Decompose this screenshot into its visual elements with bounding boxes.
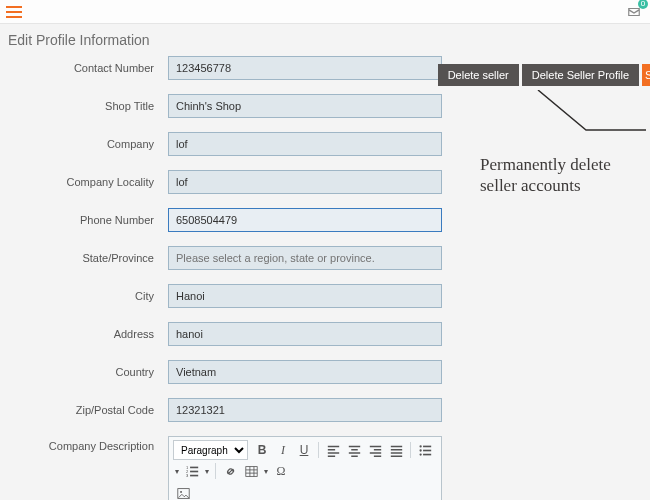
toolbar-separator xyxy=(318,442,319,458)
delete-seller-button[interactable]: Delete seller xyxy=(438,64,519,86)
row-company-locality: Company Locality xyxy=(8,170,442,194)
delete-seller-profile-button[interactable]: Delete Seller Profile xyxy=(522,64,639,86)
phone-number-field[interactable] xyxy=(168,208,442,232)
link-icon[interactable] xyxy=(220,461,240,481)
label-company: Company xyxy=(8,138,168,150)
company-field[interactable] xyxy=(168,132,442,156)
svg-text:3: 3 xyxy=(186,473,189,478)
svg-rect-5 xyxy=(423,453,431,455)
row-state-province: State/Province xyxy=(8,246,442,270)
paragraph-select[interactable]: Paragraph xyxy=(173,440,248,460)
shop-title-field[interactable] xyxy=(168,94,442,118)
bold-icon[interactable]: B xyxy=(252,440,272,460)
contact-number-field[interactable] xyxy=(168,56,442,80)
table-icon[interactable] xyxy=(241,461,261,481)
action-buttons: Delete seller Delete Seller Profile S xyxy=(438,64,650,86)
svg-rect-11 xyxy=(190,474,198,476)
topbar: 0 xyxy=(0,0,650,24)
save-button[interactable]: S xyxy=(642,64,650,86)
bullet-list-icon[interactable] xyxy=(415,440,435,460)
form: Contact Number Shop Title Company Compan… xyxy=(8,56,642,500)
underline-icon[interactable]: U xyxy=(294,440,314,460)
country-field[interactable] xyxy=(168,360,442,384)
zip-field[interactable] xyxy=(168,398,442,422)
state-province-field[interactable] xyxy=(168,246,442,270)
label-company-locality: Company Locality xyxy=(8,176,168,188)
label-phone-number: Phone Number xyxy=(8,214,168,226)
label-shop-title: Shop Title xyxy=(8,100,168,112)
row-company-description: Company Description Paragraph B I U xyxy=(8,436,442,500)
row-phone-number: Phone Number xyxy=(8,208,442,232)
align-justify-icon[interactable] xyxy=(386,440,406,460)
number-list-dropdown-icon[interactable]: ▾ xyxy=(203,461,211,481)
label-zip: Zip/Postal Code xyxy=(8,404,168,416)
svg-rect-3 xyxy=(423,449,431,451)
svg-point-2 xyxy=(419,449,421,451)
label-contact-number: Contact Number xyxy=(8,62,168,74)
annotation-text: Permanently delete seller accounts xyxy=(480,154,650,197)
menu-icon[interactable] xyxy=(6,6,22,18)
label-state-province: State/Province xyxy=(8,252,168,264)
company-locality-field[interactable] xyxy=(168,170,442,194)
svg-point-0 xyxy=(419,445,421,447)
page-title: Edit Profile Information xyxy=(8,32,642,48)
address-field[interactable] xyxy=(168,322,442,346)
toolbar-separator xyxy=(410,442,411,458)
bullet-list-dropdown-icon[interactable]: ▾ xyxy=(173,461,181,481)
number-list-icon[interactable]: 123 xyxy=(182,461,202,481)
toolbar-separator xyxy=(215,463,216,479)
svg-rect-12 xyxy=(245,466,256,476)
svg-rect-9 xyxy=(190,470,198,472)
row-city: City xyxy=(8,284,442,308)
page: Edit Profile Information Delete seller D… xyxy=(0,24,650,500)
table-dropdown-icon[interactable]: ▾ xyxy=(262,461,270,481)
italic-icon[interactable]: I xyxy=(273,440,293,460)
editor-toolbar: Paragraph B I U ▾ 123 ▾ xyxy=(169,437,441,500)
label-company-description: Company Description xyxy=(8,436,168,452)
city-field[interactable] xyxy=(168,284,442,308)
label-address: Address xyxy=(8,328,168,340)
mail-icon[interactable]: 0 xyxy=(626,5,644,19)
mail-badge: 0 xyxy=(638,0,648,9)
row-contact-number: Contact Number xyxy=(8,56,442,80)
svg-point-4 xyxy=(419,453,421,455)
image-icon[interactable] xyxy=(173,483,193,500)
row-country: Country xyxy=(8,360,442,384)
rich-text-editor: Paragraph B I U ▾ 123 ▾ xyxy=(168,436,442,500)
align-center-icon[interactable] xyxy=(344,440,364,460)
row-address: Address xyxy=(8,322,442,346)
align-right-icon[interactable] xyxy=(365,440,385,460)
row-zip: Zip/Postal Code xyxy=(8,398,442,422)
row-shop-title: Shop Title xyxy=(8,94,442,118)
align-left-icon[interactable] xyxy=(323,440,343,460)
label-city: City xyxy=(8,290,168,302)
omega-icon[interactable]: Ω xyxy=(271,461,291,481)
row-company: Company xyxy=(8,132,442,156)
svg-rect-1 xyxy=(423,445,431,447)
label-country: Country xyxy=(8,366,168,378)
svg-rect-7 xyxy=(190,466,198,468)
svg-point-14 xyxy=(180,490,182,492)
